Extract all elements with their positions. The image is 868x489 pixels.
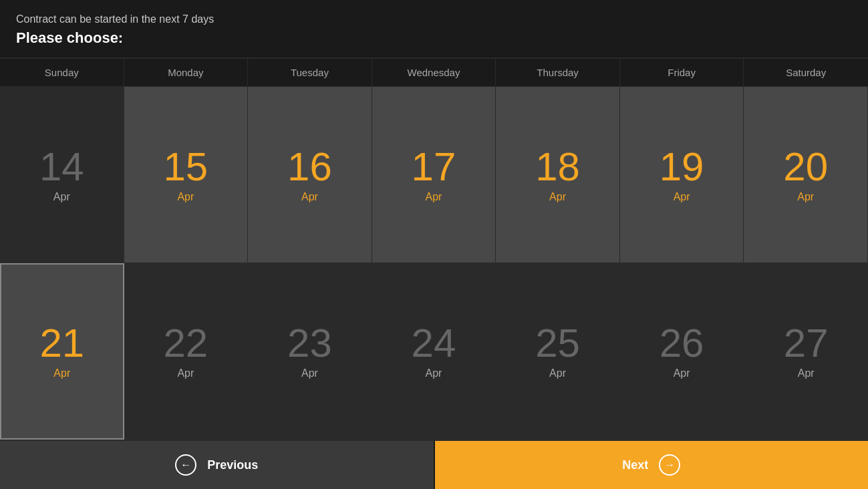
next-label: Next — [622, 458, 648, 472]
day-header-thursday: Thursday — [496, 59, 620, 86]
next-button[interactable]: Next → — [435, 441, 869, 489]
next-icon: → — [659, 454, 680, 476]
calendar-cell[interactable]: 19Apr — [620, 87, 744, 263]
day-header-monday: Monday — [124, 59, 249, 86]
day-month: Apr — [549, 367, 566, 379]
day-number: 26 — [660, 323, 704, 363]
day-number: 19 — [660, 147, 704, 187]
day-header-saturday: Saturday — [744, 59, 868, 86]
calendar-cell[interactable]: 18Apr — [496, 87, 620, 263]
day-number: 17 — [412, 147, 456, 187]
day-header-sunday: Sunday — [0, 59, 124, 86]
day-month: Apr — [177, 367, 194, 379]
day-month: Apr — [177, 191, 194, 203]
day-month: Apr — [674, 191, 690, 203]
day-number: 21 — [39, 323, 84, 363]
day-month: Apr — [797, 191, 814, 203]
day-month: Apr — [301, 367, 318, 379]
calendar-cell: 23Apr — [248, 263, 372, 440]
day-month: Apr — [301, 191, 318, 203]
day-number: 25 — [535, 323, 580, 363]
calendar-cell: 14Apr — [0, 87, 124, 263]
calendar-cell[interactable]: 15Apr — [124, 87, 249, 263]
day-header-wednesday: Wednesday — [372, 59, 496, 86]
day-header-friday: Friday — [620, 59, 744, 86]
day-month: Apr — [426, 367, 442, 379]
footer: ← Previous Next → — [0, 441, 868, 489]
header: Contract can be started in the next 7 da… — [0, 0, 868, 57]
day-month: Apr — [549, 191, 566, 203]
previous-icon: ← — [175, 454, 196, 476]
day-number: 22 — [163, 323, 208, 363]
day-number: 23 — [287, 323, 332, 363]
day-number: 27 — [784, 323, 829, 363]
day-month: Apr — [426, 191, 442, 203]
calendar-cell[interactable]: 17Apr — [372, 87, 496, 263]
day-number: 16 — [287, 147, 332, 187]
calendar-container: SundayMondayTuesdayWednesdayThursdayFrid… — [0, 57, 868, 441]
calendar-cell[interactable]: 16Apr — [248, 87, 372, 263]
previous-button[interactable]: ← Previous — [0, 441, 435, 489]
day-headers: SundayMondayTuesdayWednesdayThursdayFrid… — [0, 59, 868, 87]
day-number: 20 — [783, 147, 828, 187]
calendar-grid: 14Apr15Apr16Apr17Apr18Apr19Apr20Apr21Apr… — [0, 87, 868, 441]
day-month: Apr — [674, 367, 690, 379]
header-subtitle: Contract can be started in the next 7 da… — [16, 13, 852, 25]
previous-label: Previous — [207, 458, 258, 472]
calendar-cell: 25Apr — [496, 263, 620, 440]
calendar-cell: 26Apr — [620, 263, 744, 440]
calendar-cell: 22Apr — [124, 263, 249, 440]
day-number: 14 — [39, 147, 84, 187]
calendar-cell: 27Apr — [744, 263, 868, 440]
calendar-cell: 24Apr — [372, 263, 496, 440]
header-title: Please choose: — [16, 29, 852, 47]
day-month: Apr — [53, 191, 70, 203]
day-number: 24 — [412, 323, 456, 363]
day-month: Apr — [53, 367, 70, 379]
day-number: 18 — [535, 147, 580, 187]
day-header-tuesday: Tuesday — [248, 59, 372, 86]
day-number: 15 — [163, 147, 208, 187]
day-month: Apr — [798, 367, 815, 379]
calendar-cell[interactable]: 20Apr — [744, 87, 868, 263]
calendar-cell[interactable]: 21Apr — [0, 263, 124, 440]
